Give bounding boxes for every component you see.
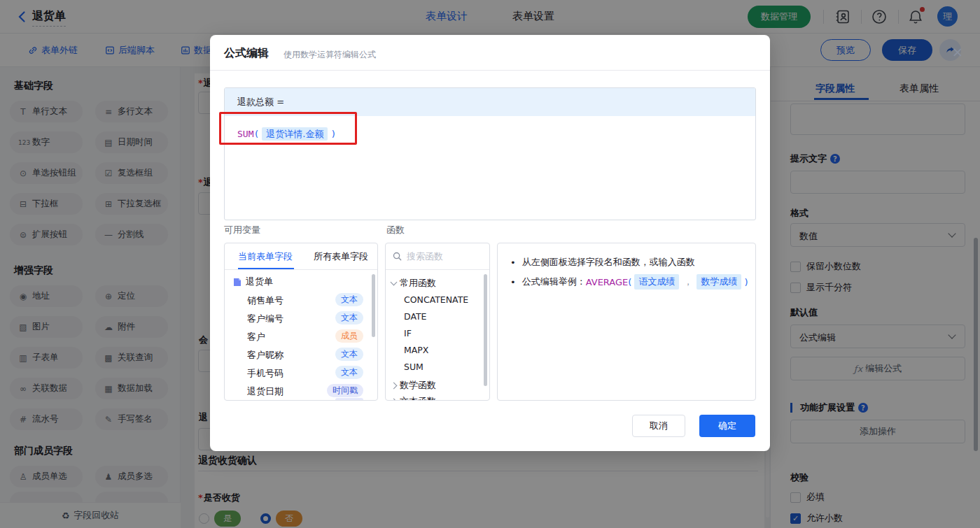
type-badge: 成员 [335, 329, 363, 343]
variables-panel: 当前表单字段 所有表单字段 退货单 销售单号文本 客户编号文本 客户成员 客户昵… [224, 243, 378, 401]
divider [210, 70, 770, 71]
variable-row[interactable]: 客户编号文本 [247, 313, 370, 327]
chevron-right-icon [391, 398, 398, 401]
tree-root-form[interactable]: 退货单 [233, 276, 273, 288]
variable-row[interactable]: 客户成员 [247, 331, 370, 345]
function-item[interactable]: MAPX [404, 345, 428, 355]
tab-current-form-fields[interactable]: 当前表单字段 [238, 250, 293, 263]
type-badge: 文本 [335, 366, 363, 379]
search-icon [393, 252, 402, 261]
function-search[interactable] [386, 243, 489, 270]
variables-scrollbar[interactable] [372, 274, 375, 337]
type-badge: 时间戳 [327, 384, 363, 397]
variable-row[interactable]: 手机号码文本 [247, 367, 370, 381]
function-item[interactable]: IF [404, 328, 412, 338]
type-badge: 文本 [335, 311, 363, 324]
function-item[interactable]: SUM [404, 362, 424, 372]
variables-label: 可用变量 [224, 224, 260, 236]
modal-title: 公式编辑 [224, 46, 269, 61]
close-icon[interactable]: × [949, 43, 966, 60]
formula-edit-modal: 公式编辑 使用数学运算符编辑公式 × 退款总额 = SUM(退货详情.金额) 可… [210, 35, 770, 451]
confirm-button[interactable]: 确定 [699, 415, 755, 437]
chevron-right-icon [391, 382, 398, 389]
function-group-common[interactable]: 常用函数 [391, 277, 436, 290]
tab-underline [238, 268, 294, 269]
example-function: AVERAGE [586, 277, 629, 287]
function-item[interactable]: CONCATENATE [404, 294, 468, 305]
functions-label: 函数 [386, 224, 405, 236]
variables-tabs: 当前表单字段 所有表单字段 [225, 243, 377, 270]
type-badge: 文本 [335, 348, 363, 361]
function-item[interactable]: DATE [404, 311, 427, 322]
formula-help-panel: 从左侧面板选择字段名和函数，或输入函数 公式编辑举例：AVERAGE(语文成绩，… [497, 243, 756, 401]
functions-scrollbar[interactable] [484, 274, 487, 386]
variable-row[interactable]: 客户昵称文本 [247, 349, 370, 363]
tab-all-form-fields[interactable]: 所有表单字段 [314, 250, 368, 263]
tip-line-1: 从左侧面板选择字段名和函数，或输入函数 [510, 256, 695, 269]
tip-line-2: 公式编辑举例：AVERAGE(语文成绩，数学成绩) [510, 274, 748, 290]
annotation-red-box [219, 112, 357, 145]
function-group-math[interactable]: 数学函数 [391, 379, 436, 392]
formula-editor[interactable]: 退款总额 = SUM(退货详情.金额) [224, 87, 756, 220]
chevron-down-icon [391, 279, 398, 286]
type-badge [335, 398, 363, 401]
cancel-button[interactable]: 取消 [632, 415, 685, 437]
example-field-chip: 语文成绩 [634, 274, 679, 290]
functions-panel: 常用函数 CONCATENATE DATE IF MAPX SUM 数学函数 文… [385, 243, 490, 401]
function-group-text[interactable]: 文本函数 [391, 395, 436, 401]
variable-row-cut [247, 398, 370, 401]
function-search-input[interactable] [407, 251, 477, 262]
example-field-chip: 数学成绩 [696, 274, 741, 290]
variable-row[interactable]: 销售单号文本 [247, 294, 370, 308]
variable-row[interactable]: 退货日期时间戳 [247, 385, 370, 399]
modal-subtitle: 使用数学运算符编辑公式 [284, 49, 376, 61]
document-icon [233, 278, 241, 287]
type-badge: 文本 [335, 293, 363, 306]
